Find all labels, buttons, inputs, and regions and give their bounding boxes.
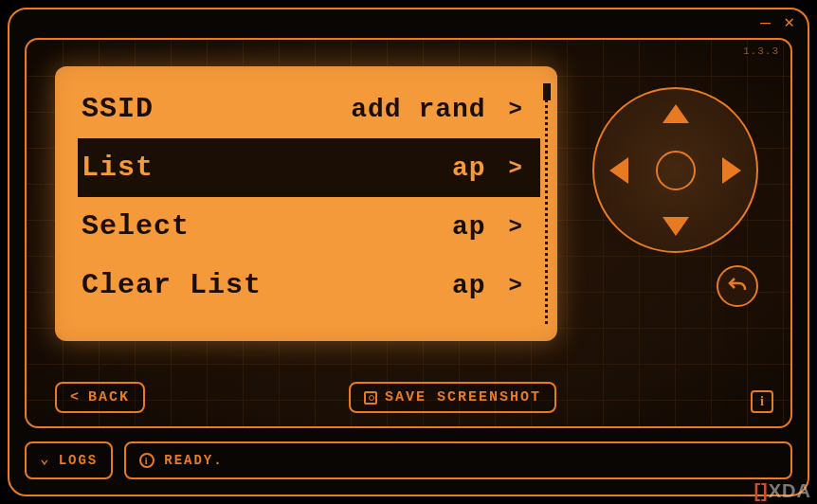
scrollbar-thumb[interactable] <box>543 83 551 100</box>
chevron-right-icon: > <box>509 214 523 240</box>
menu-item-label: SSID <box>82 93 154 125</box>
menu-item-value: add rand> <box>351 95 523 124</box>
save-screenshot-label: SAVE SCREENSHOT <box>385 389 541 405</box>
menu-item-value: ap > <box>452 212 523 242</box>
back-button[interactable]: BACK <box>55 382 145 413</box>
status-text: READY. <box>164 453 223 468</box>
scrollbar-track[interactable] <box>545 83 548 324</box>
menu-item-ssid[interactable]: SSID add rand> <box>78 80 540 138</box>
dpad-left-icon[interactable] <box>609 157 628 184</box>
dpad-up-icon[interactable] <box>663 104 689 123</box>
minimize-icon[interactable]: — <box>760 14 771 31</box>
chevron-left-icon <box>70 389 81 405</box>
menu-item-value: ap > <box>452 153 523 183</box>
menu-item-list[interactable]: List ap > <box>78 138 540 197</box>
back-button-label: BACK <box>88 389 130 405</box>
menu-item-select[interactable]: Select ap > <box>78 197 540 256</box>
main-panel: 1.3.3 SSID add rand> List ap > Select <box>25 38 792 428</box>
dpad-right-icon[interactable] <box>722 157 741 184</box>
logs-button[interactable]: LOGS <box>25 441 113 479</box>
menu-item-label: Clear List <box>82 269 262 301</box>
info-icon: i <box>139 453 154 468</box>
undo-icon <box>726 275 749 297</box>
dpad <box>592 87 758 253</box>
dpad-center-button[interactable] <box>656 151 696 190</box>
lcd-screen: SSID add rand> List ap > Select ap > <box>55 66 557 341</box>
menu-item-clear-list[interactable]: Clear List ap > <box>78 256 540 315</box>
titlebar: — ✕ <box>9 9 808 36</box>
save-icon <box>364 391 377 405</box>
version-label: 1.3.3 <box>743 45 779 57</box>
app-window: — ✕ 1.3.3 SSID add rand> List ap > <box>8 8 809 496</box>
logs-button-label: LOGS <box>59 453 99 468</box>
close-icon[interactable]: ✕ <box>784 14 794 31</box>
chevron-down-icon <box>40 451 51 470</box>
menu-item-label: List <box>82 152 154 184</box>
info-icon: i <box>760 394 764 409</box>
menu-item-label: Select <box>82 210 190 243</box>
save-screenshot-button[interactable]: SAVE SCREENSHOT <box>349 382 556 413</box>
bottom-bar: LOGS i READY. <box>25 441 792 479</box>
info-button[interactable]: i <box>751 390 773 413</box>
chevron-right-icon: > <box>509 155 523 181</box>
chevron-right-icon: > <box>509 97 523 122</box>
status-bar: i READY. <box>124 441 792 479</box>
dpad-down-icon[interactable] <box>663 217 689 236</box>
undo-button[interactable] <box>717 265 758 307</box>
menu-item-value: ap > <box>452 271 523 300</box>
chevron-right-icon: > <box>509 273 523 298</box>
